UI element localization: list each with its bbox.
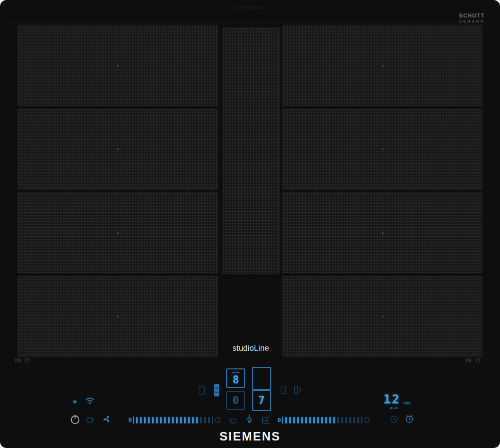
zone-center-dot xyxy=(117,65,119,67)
zone-center-dot xyxy=(382,316,383,317)
cooking-zone-section xyxy=(18,25,218,106)
model-number-print: EX875LX67E xyxy=(0,6,500,10)
induction-marking-right: IN xyxy=(465,357,481,363)
slider-zero-label[interactable]: 0 xyxy=(278,417,281,423)
timer-display[interactable]: 12 xyxy=(383,392,400,406)
move-zone-icon[interactable] xyxy=(294,385,302,394)
slider-segment[interactable] xyxy=(176,417,178,423)
studioline-label: studioLine xyxy=(217,344,285,353)
slider-segment[interactable] xyxy=(325,417,327,423)
slider-segment[interactable] xyxy=(204,417,206,423)
right-power-slider[interactable]: 0 xyxy=(278,415,369,425)
slider-segment[interactable] xyxy=(337,417,339,423)
pot-icon xyxy=(24,358,31,363)
slider-track[interactable] xyxy=(285,417,359,423)
slider-segment[interactable] xyxy=(196,417,198,423)
zone-level-value: 7 xyxy=(258,395,265,406)
cooking-zone-section xyxy=(282,276,482,357)
zone-center-dot xyxy=(382,149,383,150)
slider-segment[interactable] xyxy=(144,417,146,423)
slider-segment[interactable] xyxy=(305,417,307,423)
slider-segment[interactable] xyxy=(188,417,190,423)
slider-segment[interactable] xyxy=(172,417,174,423)
power-icon[interactable] xyxy=(70,414,81,425)
slider-zero-label[interactable]: 0 xyxy=(129,417,132,423)
surface-seam xyxy=(10,23,490,23)
schott-line1: SCHOTT xyxy=(459,13,485,19)
zone-key-top-right[interactable] xyxy=(252,367,271,390)
slider-segment[interactable] xyxy=(156,417,158,423)
slider-segment[interactable] xyxy=(140,417,142,423)
slider-segment[interactable] xyxy=(313,417,315,423)
slider-segment[interactable] xyxy=(321,417,323,423)
slider-segment[interactable] xyxy=(357,417,359,423)
slider-segment[interactable] xyxy=(317,417,319,423)
zone-key-top-left[interactable]: ⇤⇥ 8 xyxy=(226,368,245,388)
left-power-slider[interactable]: 0 xyxy=(129,415,220,425)
cooking-zone-section xyxy=(282,25,482,106)
cooking-zone-section xyxy=(18,109,218,190)
slider-segment[interactable] xyxy=(345,417,347,423)
zone-level-value: 8 xyxy=(233,375,239,385)
slider-segment[interactable] xyxy=(180,417,182,423)
cooking-zone-section xyxy=(18,192,218,273)
siemens-logo: SIEMENS xyxy=(0,429,500,443)
zone-display-grid: ⇤⇥ 8 0 7 xyxy=(226,367,272,411)
wipe-protection-icon[interactable] xyxy=(86,415,96,423)
slider-segment[interactable] xyxy=(333,417,335,423)
alarm-timer-icon[interactable] xyxy=(405,414,414,423)
flex-zone-left xyxy=(18,25,218,357)
zone-center-dot xyxy=(117,232,119,234)
slider-segment[interactable] xyxy=(293,417,295,423)
zone-level-value: 0 xyxy=(233,395,239,406)
slider-segment[interactable] xyxy=(168,417,170,423)
slider-segment[interactable] xyxy=(353,417,355,423)
zone-key-bottom-left[interactable]: 0 xyxy=(226,391,245,410)
slider-segment[interactable] xyxy=(192,417,194,423)
wifi-icon xyxy=(85,397,95,404)
slider-segment[interactable] xyxy=(289,417,291,423)
warming-pot-icon[interactable] xyxy=(229,417,238,424)
slider-segment[interactable] xyxy=(208,417,210,423)
slider-segment[interactable] xyxy=(164,417,166,423)
cooking-zone-section xyxy=(282,192,482,273)
zone-center-dot xyxy=(382,232,383,234)
flex-zone-right-icon[interactable] xyxy=(280,385,286,394)
zone-center-dot xyxy=(117,316,119,317)
slider-segment[interactable] xyxy=(200,417,202,423)
sensor-function-icon[interactable] xyxy=(245,413,254,424)
slider-segment[interactable] xyxy=(136,417,138,423)
pan-size-icon xyxy=(215,417,220,423)
slider-segment[interactable] xyxy=(152,417,154,423)
status-led xyxy=(74,400,76,403)
slider-segment[interactable] xyxy=(148,417,150,423)
cooking-zone-section xyxy=(282,109,482,190)
slider-divider xyxy=(133,416,134,424)
slider-segment[interactable] xyxy=(285,417,287,423)
slider-segment[interactable] xyxy=(160,417,162,423)
zone-key-bottom-right[interactable]: 7 xyxy=(252,390,271,411)
slider-divider xyxy=(282,416,283,424)
induction-hob: EX875LX67E SCHOTT CERAN® MIRADUR IN IN xyxy=(0,0,500,448)
slider-segment[interactable] xyxy=(301,417,303,423)
flex-zone-icon[interactable] xyxy=(214,383,220,397)
zone-center-dot xyxy=(117,149,119,150)
timer-unit-label: min xyxy=(403,400,411,405)
slider-track[interactable] xyxy=(136,417,210,423)
pause-icon[interactable] xyxy=(262,416,270,424)
kitchen-timer-icon[interactable] xyxy=(390,415,398,423)
slider-segment[interactable] xyxy=(184,417,186,423)
cooking-zone-middle xyxy=(223,28,280,274)
slider-segment[interactable] xyxy=(329,417,331,423)
slider-segment[interactable] xyxy=(309,417,311,423)
induction-marking-label: IN xyxy=(15,357,22,363)
pot-icon xyxy=(474,358,481,363)
pan-detect-icon[interactable] xyxy=(198,386,205,395)
slider-segment[interactable] xyxy=(349,417,351,423)
pan-size-icon xyxy=(364,417,369,423)
slider-divider xyxy=(361,416,362,424)
slider-segment[interactable] xyxy=(341,417,343,423)
slider-segment[interactable] xyxy=(297,417,299,423)
zone-center-dot xyxy=(382,65,383,67)
fan-hood-icon[interactable] xyxy=(102,414,112,424)
